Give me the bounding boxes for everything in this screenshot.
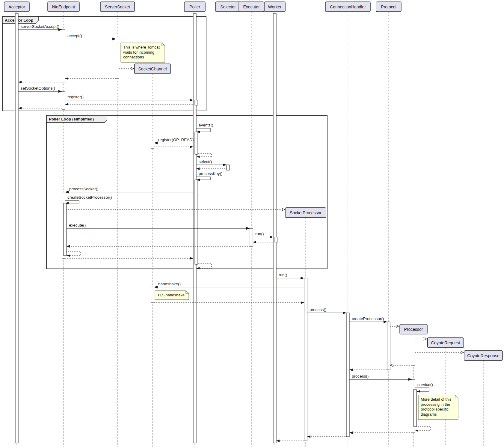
message-label-accept: accept() — [67, 34, 82, 38]
participant-label-protocol: Protocol — [381, 4, 396, 9]
activation-processor — [414, 390, 417, 426]
activation-nioendpoint — [62, 91, 65, 109]
activation-acceptor — [15, 13, 18, 443]
arrowhead-createprocessor — [384, 320, 387, 323]
activation-socketchannel — [151, 287, 154, 303]
arrowhead-accept — [112, 37, 116, 40]
arrowhead-process — [343, 311, 346, 314]
arrowhead-processsocket — [65, 191, 69, 193]
participant-label-socketchannel: SocketChannel — [138, 67, 167, 71]
arrowhead-register — [190, 99, 193, 101]
note-more-detail-text: protocol specific — [421, 407, 449, 411]
arrowhead-return — [349, 369, 353, 371]
note-tomcat-waits-text: This is where Tomcat — [123, 45, 160, 49]
participant-label-nioendpoint: NioEndpoint — [52, 4, 75, 9]
arrowhead-return — [349, 432, 353, 434]
note-tomcat-waits-text: connections — [123, 55, 144, 59]
participant-label-coyoterequest: CoyoteRequest — [431, 340, 460, 345]
arrowhead-return — [190, 146, 193, 148]
arrowhead-return — [301, 301, 304, 304]
arrowhead-return — [18, 81, 22, 83]
arrowhead-return — [415, 429, 418, 432]
arrowhead-return — [67, 245, 70, 248]
arrowhead-handshake — [154, 286, 158, 288]
arrowhead-run — [270, 236, 273, 238]
note-more-detail-text: diagrams — [421, 412, 437, 417]
frame-label-acceptor-loop: Acceptor Loop — [5, 18, 33, 22]
arrowhead-return — [196, 168, 200, 170]
arrowhead-execute — [246, 227, 250, 230]
message-label-process: process() — [352, 374, 369, 378]
message-label-createsocketprocessor: createSocketProcessor() — [67, 195, 112, 200]
arrowhead-return — [67, 254, 70, 257]
message-label-execute: execute() — [69, 223, 86, 227]
activation-executor — [250, 228, 253, 246]
activation-poller — [195, 180, 198, 264]
participant-label-connectionhandler: ConnectionHandler — [330, 4, 366, 9]
activation-worker — [273, 13, 276, 443]
message-label-run: run() — [255, 232, 264, 236]
activation-socketchannel — [151, 143, 154, 148]
message-label-select: select() — [199, 159, 212, 164]
arrowhead-return — [307, 435, 310, 438]
participant-label-processor: Processor — [404, 327, 423, 332]
arrowhead-process — [408, 378, 412, 381]
activation-nioendpoint — [62, 30, 65, 82]
note-tomcat-waits-text: waits for incoming — [123, 50, 154, 55]
arrowhead-setsocketoptions — [58, 90, 62, 93]
activation-poller — [195, 100, 198, 105]
arrowhead-return — [197, 156, 200, 158]
activation-socketprocessor — [304, 278, 307, 441]
frame-acceptor-loop — [2, 16, 206, 111]
message-label-process: process() — [310, 307, 326, 312]
arrowhead-return — [18, 107, 22, 109]
arrowhead-return — [253, 241, 256, 243]
participant-label-executor: Executor — [243, 4, 260, 9]
participant-label-coyoteresponse: CoyoteResponse — [467, 353, 500, 358]
message-label-setsocketoptions: setSocketOptions() — [21, 86, 55, 90]
participant-label-selector: Selector — [220, 4, 236, 9]
note-more-detail-text: processing in the — [421, 402, 450, 407]
message-label-register-op-read: register(OP_READ) — [158, 138, 194, 142]
activation-nioendpoint — [64, 203, 67, 256]
sequence-diagram: Acceptor LoopPoller Loop (simplified)ser… — [0, 0, 504, 448]
message-label-run: run() — [279, 273, 287, 277]
frame-label-poller-loop-simplified: Poller Loop (simplified) — [49, 117, 94, 121]
arrowhead-return — [276, 440, 280, 442]
message-label-handshake: handshake() — [158, 282, 181, 286]
arrowhead-return — [65, 77, 68, 80]
participant-label-acceptor: Acceptor — [8, 4, 25, 9]
activation-protocol — [387, 322, 390, 370]
message-label-serversocketaccept: serverSocketAccept() — [21, 24, 59, 29]
message-label-register: register() — [67, 95, 84, 99]
message-line-service — [415, 388, 429, 391]
message-label-processsocket: processSocket() — [69, 187, 99, 191]
message-label-processkey: processKey() — [199, 171, 223, 176]
message-label-events: events() — [199, 123, 213, 127]
activation-poller — [195, 132, 198, 154]
arrowhead-return — [190, 257, 193, 260]
message-label-createprocessor: createProcessor() — [352, 316, 384, 321]
participant-label-serversocket: ServerSocket — [105, 4, 130, 9]
arrowhead-register-op-read — [154, 141, 158, 144]
activation-worker — [275, 237, 278, 242]
activation-selector — [227, 165, 230, 170]
arrowhead-return — [65, 103, 68, 105]
activation-serversocket — [116, 39, 119, 79]
message-label-service: service() — [417, 382, 433, 387]
arrowhead-select — [223, 163, 227, 166]
participant-label-worker: Worker — [268, 4, 282, 9]
activation-processor — [412, 334, 415, 365]
participant-label-poller: Poller — [189, 4, 200, 9]
activation-connectionhandler — [346, 313, 349, 437]
arrowhead-run — [301, 277, 304, 279]
note-more-detail-text: More detail of this — [421, 397, 452, 402]
note-tls-handshake-text: TLS handshake — [157, 293, 185, 297]
sequence-diagram-canvas: Acceptor LoopPoller Loop (simplified)ser… — [0, 0, 504, 448]
arrowhead-service — [417, 390, 420, 393]
participant-label-socketprocessor: SocketProcessor — [290, 210, 322, 215]
